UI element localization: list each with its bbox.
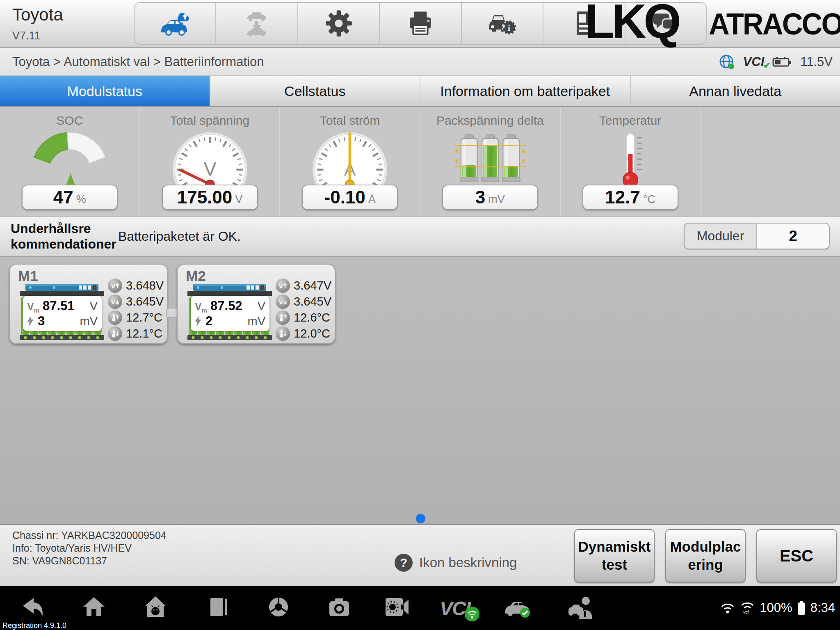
- maintenance-message: Batteripaketet är OK.: [118, 229, 241, 244]
- back-button[interactable]: [20, 596, 43, 619]
- gauge-voltage-label: Total spänning: [140, 114, 280, 128]
- svg-text:V: V: [203, 158, 216, 180]
- printer-icon: [407, 10, 434, 37]
- icon-description-label: Ikon beskrivning: [419, 555, 517, 571]
- cell-voltage-max: 3.647V: [294, 279, 331, 292]
- gauge-temperature: Temperatur 12.7°C: [561, 107, 701, 216]
- total-current-value: -0.10A: [302, 185, 398, 210]
- temperature-value: 12.7°C: [582, 185, 678, 210]
- recent-apps-button[interactable]: [206, 596, 230, 619]
- module-voltage: 87.51: [43, 299, 75, 313]
- camera-icon: [327, 596, 351, 619]
- vehicle-diagnostics-button[interactable]: [135, 3, 216, 44]
- temp-max-icon: [108, 310, 122, 325]
- icon-description-button[interactable]: ? Ikon beskrivning: [395, 554, 517, 572]
- module-voltage-label: Vm: [195, 301, 207, 314]
- connection-status-cluster: VCI✔ 11.5V: [719, 48, 833, 75]
- vehicle-info-block: Chassi nr: YARKBAC3200009504 Info: Toyot…: [12, 529, 167, 567]
- data-manager-icon: [571, 10, 597, 37]
- delta-bolt-icon: [195, 316, 201, 326]
- temp-max-icon: [276, 310, 290, 325]
- module-stats-m1: V3.648V V3.645V 12.7°C 12.1°C: [108, 278, 164, 341]
- status-cluster: vci 100% 8:34: [720, 586, 835, 630]
- camera-button[interactable]: [327, 596, 351, 619]
- pack-delta-value: 3mV: [442, 185, 538, 210]
- battery-percent: 100%: [760, 600, 792, 615]
- module-grid: M1: [0, 257, 840, 524]
- modules-count-box: Moduler 2: [684, 223, 830, 249]
- modules-label: Moduler: [685, 224, 757, 249]
- home-button[interactable]: [82, 596, 106, 619]
- svg-text:i: i: [508, 23, 511, 32]
- cell-voltage-max: 3.648V: [126, 279, 164, 292]
- esc-button[interactable]: ESC: [756, 529, 837, 582]
- delta-bolt-icon: [27, 316, 34, 326]
- cell-voltage-min-icon: V: [108, 294, 122, 309]
- screen: Toyota V7.11: [0, 0, 840, 630]
- temp-max: 12.7°C: [126, 311, 162, 324]
- messages-icon: [651, 10, 680, 37]
- module-readout-m1: Vm 87.51 V 3 mV: [23, 296, 102, 331]
- recent-apps-icon: [206, 596, 230, 619]
- messages-button[interactable]: [625, 3, 706, 44]
- display-control-icon: [385, 596, 410, 619]
- chrome-icon: [267, 596, 290, 619]
- vehicle-info-button[interactable]: i: [462, 3, 543, 44]
- cell-voltage-min: 3.645V: [294, 295, 331, 308]
- module-name: M1: [18, 268, 38, 284]
- vehicle-brand: Toyota: [12, 5, 63, 25]
- dynamic-test-button[interactable]: Dynamiskt test: [574, 529, 655, 582]
- toolbar-button-group: i: [134, 2, 707, 45]
- module-voltage-label: Vm: [27, 301, 39, 314]
- svg-text:V: V: [279, 299, 283, 306]
- print-button[interactable]: [380, 3, 461, 44]
- registration-version: Registration 4.9.1.0: [2, 621, 66, 630]
- maintenance-title: Underhållsre kommendationer: [11, 221, 113, 252]
- android-home-icon: [144, 596, 167, 619]
- gauge-total-voltage: Total spänning V 175.00V: [140, 107, 281, 216]
- chassis-number: Chassi nr: YARKBAC3200009504: [12, 529, 167, 542]
- gauge-temp-label: Temperatur: [561, 114, 700, 128]
- settings-button[interactable]: [298, 3, 380, 44]
- module-voltage: 87.52: [210, 299, 242, 313]
- voltage-dial-icon: V: [169, 128, 251, 192]
- vci-status: VCI✔: [743, 55, 765, 69]
- display-control-button[interactable]: [385, 596, 410, 619]
- gauge-soc-label: SOC: [0, 114, 139, 128]
- current-dial-icon: A: [309, 128, 391, 192]
- vehicle-connected-icon: [504, 596, 532, 619]
- vci-app-button[interactable]: VCI: [440, 597, 486, 620]
- data-manager-button[interactable]: [543, 3, 625, 44]
- remote-expert-button[interactable]: [568, 596, 595, 619]
- module-card-m1[interactable]: M1: [9, 264, 168, 344]
- vehicle-model-info: Info: Toyota/Yaris HV/HEV: [12, 542, 167, 555]
- footer-bar: Chassi nr: YARKBAC3200009504 Info: Toyot…: [0, 524, 840, 586]
- svg-text:V: V: [111, 299, 115, 306]
- chrome-button[interactable]: [267, 596, 290, 619]
- cell-voltage-max-icon: V: [276, 278, 290, 293]
- footer-buttons: Dynamiskt test Modulplacering ESC: [574, 529, 837, 582]
- modules-count: 2: [757, 224, 829, 249]
- vehicle-swap-icon: [242, 10, 271, 37]
- module-card-m2[interactable]: M2: [177, 264, 336, 344]
- gauge-empty-column: [701, 107, 840, 216]
- vehicle-voltage: 11.5V: [800, 55, 833, 69]
- android-home-button[interactable]: [144, 596, 167, 619]
- vci-wifi-icon: vci: [740, 601, 755, 614]
- module-placement-button[interactable]: Modulplacering: [665, 529, 746, 582]
- vehicle-connected-button[interactable]: [504, 596, 532, 619]
- tab-annan-livedata[interactable]: Annan livedata: [631, 76, 840, 106]
- module-name: M2: [186, 268, 206, 284]
- module-delta: 3: [38, 314, 45, 329]
- tab-modulstatus[interactable]: Modulstatus: [0, 76, 210, 106]
- globe-icon: [719, 54, 735, 70]
- gear-icon: [325, 9, 353, 37]
- tab-cellstatus[interactable]: Cellstatus: [210, 76, 421, 106]
- tablet-battery-icon: [797, 601, 806, 615]
- battery-delta-icon: [454, 132, 527, 188]
- serial-number: SN: VA9GN8C01137: [12, 555, 167, 567]
- vehicle-swap-button[interactable]: [216, 3, 298, 44]
- tab-batteripaket-info[interactable]: Information om batteripaket: [420, 76, 631, 106]
- gauge-total-current: Total ström A -0.10A: [280, 107, 420, 216]
- vehicle-diagnostics-icon: [160, 10, 191, 37]
